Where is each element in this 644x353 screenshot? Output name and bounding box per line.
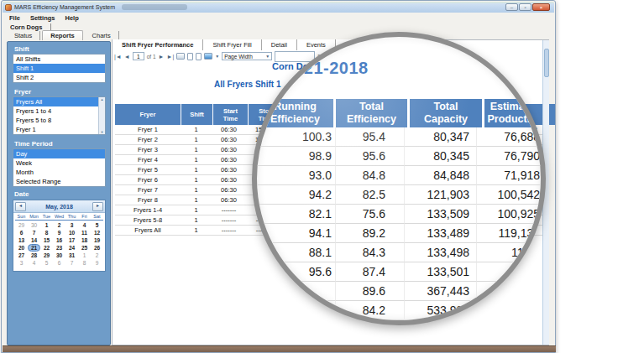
calendar-day[interactable]: 23 <box>53 244 65 252</box>
prev-page-icon[interactable]: ◄ <box>124 54 130 60</box>
next-page-icon[interactable]: ► <box>159 54 165 60</box>
calendar-day[interactable]: 17 <box>65 236 78 244</box>
export-caret-icon[interactable]: ▼ <box>215 54 219 59</box>
export-icon[interactable] <box>204 53 212 60</box>
calendar-prev-icon[interactable]: ◄ <box>15 202 26 211</box>
page-setup-icon[interactable] <box>196 53 202 60</box>
calendar-day[interactable]: 4 <box>78 221 91 229</box>
time-period-option[interactable]: Week <box>13 158 105 168</box>
calendar-day[interactable]: 20 <box>15 244 28 252</box>
time-period-option[interactable]: Month <box>13 168 105 177</box>
time-period-option[interactable]: Selected Range <box>13 177 105 186</box>
find-input[interactable] <box>275 51 315 62</box>
calendar-day[interactable]: 29 <box>15 221 28 229</box>
first-page-icon[interactable]: |◄ <box>114 54 122 60</box>
calendar-day[interactable]: 12 <box>91 229 103 236</box>
calendar-day[interactable]: 30 <box>28 221 40 229</box>
calendar-day[interactable]: 5 <box>91 221 103 229</box>
calendar-day[interactable]: 8 <box>40 229 53 236</box>
time-period-option[interactable]: Day <box>13 149 105 158</box>
calendar-day-selected[interactable]: 21 <box>28 244 40 252</box>
calendar-day[interactable]: 2 <box>53 221 65 229</box>
fryer-option[interactable]: Fryers 1 to 4 <box>13 106 99 116</box>
calendar-day[interactable]: 1 <box>40 221 53 229</box>
table-cell: Fryer 8 <box>115 195 181 205</box>
print-icon[interactable] <box>176 53 185 60</box>
calendar-weekday-row: SunMonTueWedThuFriSat <box>15 213 103 221</box>
calendar-next-icon[interactable]: ► <box>92 202 103 211</box>
fryer-option[interactable]: Fryers 5 to 8 <box>13 116 99 125</box>
calendar-day[interactable]: 7 <box>65 259 78 267</box>
lens-table-cell: 76,790 <box>477 147 541 166</box>
calendar-day[interactable]: 16 <box>53 236 65 244</box>
scrollbar-thumb[interactable] <box>544 49 549 77</box>
filter-sidebar: Shift All ShiftsShift 1Shift 2 Fryer ▲▼ … <box>7 41 111 345</box>
calendar-day[interactable]: 6 <box>15 229 28 236</box>
calendar-day[interactable]: 6 <box>53 259 65 267</box>
calendar-day[interactable]: 2 <box>91 252 103 259</box>
calendar-day[interactable]: 7 <box>28 229 40 236</box>
calendar-day[interactable]: 30 <box>53 252 65 259</box>
calendar-day[interactable]: 29 <box>40 252 53 259</box>
calendar-day[interactable]: 22 <box>40 244 53 252</box>
menu-item[interactable]: Help <box>65 14 79 22</box>
calendar-day[interactable]: 18 <box>78 236 91 244</box>
calendar-day[interactable]: 9 <box>53 229 65 236</box>
calendar-day[interactable]: 14 <box>28 236 40 244</box>
calendar-day[interactable]: 27 <box>15 252 28 259</box>
close-button[interactable]: × <box>532 3 550 11</box>
menu-item[interactable]: File <box>9 14 20 22</box>
table-cell: Fryer 6 <box>115 175 181 185</box>
last-page-icon[interactable]: ►| <box>166 54 174 60</box>
calendar-day[interactable]: 10 <box>65 229 78 236</box>
calendar-day[interactable]: 25 <box>78 244 91 252</box>
calendar-day[interactable]: 1 <box>78 252 91 259</box>
report-tab[interactable]: Shift Fryer Fill <box>203 39 261 50</box>
fryer-option[interactable]: Fryer 1 <box>13 125 99 134</box>
calendar-day[interactable]: 4 <box>28 259 40 267</box>
calendar-day[interactable]: 5 <box>40 259 53 267</box>
report-tab[interactable]: Detail <box>262 39 297 50</box>
calendar-day[interactable]: 31 <box>65 252 78 259</box>
maximize-button[interactable]: ▫ <box>519 3 531 11</box>
calendar-day[interactable]: 9 <box>91 259 103 267</box>
lens-content: 5-21-2018 Running EfficiencyTotal Effici… <box>257 37 541 320</box>
menu-item[interactable]: Settings <box>30 14 55 22</box>
report-tab[interactable]: Shift Fryer Performance <box>113 39 203 50</box>
scroll-up-icon[interactable]: ▲ <box>101 97 104 101</box>
calendar-day[interactable]: 26 <box>91 244 103 252</box>
fryer-list-scrollbar[interactable]: ▲▼ <box>98 97 105 134</box>
calendar-day[interactable]: 8 <box>78 259 91 267</box>
print-layout-icon[interactable] <box>187 53 193 60</box>
minimize-button[interactable]: – <box>505 3 518 11</box>
calendar-weekday: Wed <box>53 213 65 220</box>
calendar-day[interactable]: 13 <box>15 236 28 244</box>
calendar-day[interactable]: 24 <box>65 244 78 252</box>
shift-listbox[interactable]: All ShiftsShift 1Shift 2 <box>13 54 106 83</box>
fryer-listbox[interactable]: ▲▼ Fryers AllFryers 1 to 4Fryers 5 to 8F… <box>13 96 106 135</box>
scroll-down-icon[interactable]: ▼ <box>101 130 104 134</box>
main-tab[interactable]: Status <box>7 31 40 40</box>
fryer-option[interactable]: Fryers All <box>13 97 99 106</box>
page-count-label: of 1 <box>147 54 156 60</box>
calendar-day[interactable]: 11 <box>78 229 91 236</box>
page-number-input[interactable] <box>133 52 144 60</box>
zoom-select[interactable]: Page Width ▼ <box>222 52 272 60</box>
calendar-weekday: Sun <box>15 213 28 220</box>
time-period-listbox[interactable]: DayWeekMonthSelected Range <box>13 148 106 187</box>
lens-table-cell: 76,688 <box>477 127 541 147</box>
calendar-day[interactable]: 19 <box>91 236 103 244</box>
calendar-day[interactable]: 3 <box>15 259 28 267</box>
tab-corn-dogs[interactable]: Corn Dogs <box>5 23 47 31</box>
shift-option[interactable]: Shift 1 <box>13 64 105 73</box>
menu-bar: FileSettingsHelp <box>5 13 79 23</box>
main-tab[interactable]: Reports <box>42 30 82 40</box>
calendar-day[interactable]: 3 <box>65 221 78 229</box>
calendar-day[interactable]: 28 <box>28 252 40 259</box>
shift-option[interactable]: All Shifts <box>13 55 105 64</box>
lens-table-cell: 84.8 <box>336 166 405 185</box>
table-cell: Fryer 1 <box>115 125 181 135</box>
shift-option[interactable]: Shift 2 <box>13 73 105 82</box>
calendar-day[interactable]: 15 <box>40 236 53 244</box>
window-bottom-frame <box>3 345 556 352</box>
